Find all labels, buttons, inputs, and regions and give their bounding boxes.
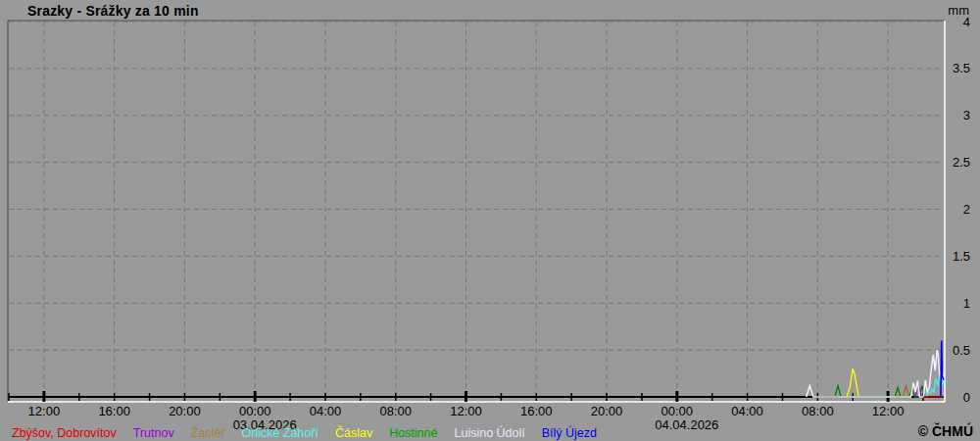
legend-item: Trutnov xyxy=(133,426,174,440)
chart-canvas: 12:0016:0020:0000:0004:0008:0012:0016:00… xyxy=(0,0,980,441)
y-axis-unit-label: mm xyxy=(948,3,969,18)
y-tick-label: 2.5 xyxy=(953,155,970,170)
y-tick-label: 0.5 xyxy=(953,343,970,358)
x-tick-label: 04:00 xyxy=(310,404,342,418)
x-tick-label: 04:00 xyxy=(731,404,763,418)
x-tick-label: 12:00 xyxy=(28,404,61,418)
x-tick-label: 00:00 xyxy=(662,404,694,418)
series-line xyxy=(941,341,944,397)
legend-item: Zbýšov, Dobrovítov xyxy=(12,426,117,440)
station-legend: Zbýšov, DobrovítovTrutnovŽacléřOrlické Z… xyxy=(12,426,597,440)
y-tick-label: 2 xyxy=(963,202,970,217)
y-tick-label: 0 xyxy=(963,390,970,405)
x-tick-label: 00:00 xyxy=(239,404,271,418)
x-tick-label: 16:00 xyxy=(520,404,553,418)
x-tick-label: 08:00 xyxy=(379,404,412,418)
legend-item: Luisino Údolí xyxy=(454,426,524,440)
x-tick-label: 16:00 xyxy=(98,404,130,418)
chart-title: Srazky - Srážky za 10 min xyxy=(27,3,199,19)
series-line xyxy=(847,368,858,397)
y-tick-label: 3.5 xyxy=(953,61,970,75)
y-tick-label: 3 xyxy=(963,108,970,122)
x-tick-label: 20:00 xyxy=(591,404,623,418)
x-date-label: 04.04.2026 xyxy=(655,417,718,432)
copyright-label: © ČHMÚ xyxy=(918,423,973,439)
legend-item: Čáslav xyxy=(335,426,372,440)
x-tick-label: 12:00 xyxy=(450,404,482,418)
legend-item: Hostinné xyxy=(389,426,437,440)
x-tick-label: 20:00 xyxy=(169,404,201,418)
legend-item: Bílý Újezd xyxy=(542,426,597,440)
legend-item: Orlické Záhoří xyxy=(241,426,318,440)
series-line xyxy=(903,386,908,398)
x-tick-label: 12:00 xyxy=(872,404,905,418)
y-tick-label: 1.5 xyxy=(953,249,970,264)
precipitation-chart-screen: 12:0016:0020:0000:0004:0008:0012:0016:00… xyxy=(0,0,980,441)
y-tick-label: 1 xyxy=(963,296,970,311)
x-tick-label: 08:00 xyxy=(802,404,834,418)
legend-item: Žacléř xyxy=(191,426,225,440)
